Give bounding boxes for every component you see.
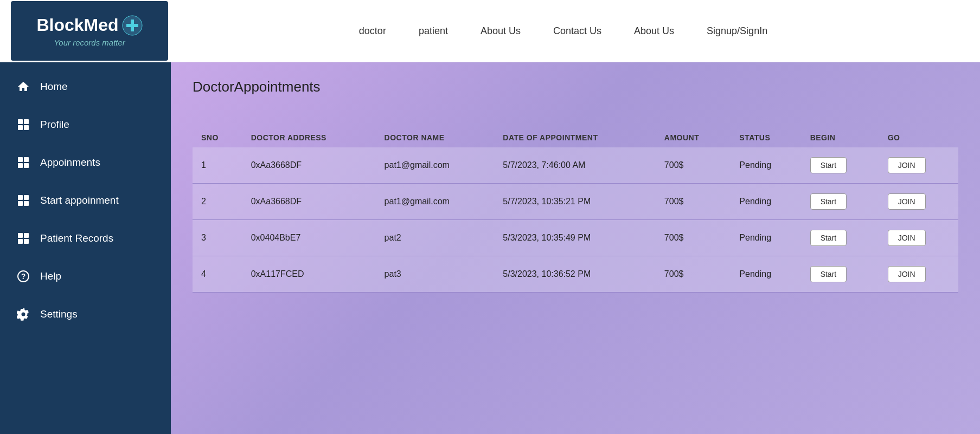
sidebar-item-settings[interactable]: Settings [0,295,171,333]
cell-date: 5/7/2023, 10:35:21 PM [494,184,656,220]
cell-status: Pending [731,220,801,256]
cell-doctor-address: 0xAa3668DF [242,184,376,220]
svg-rect-10 [24,163,29,168]
nav-about-us-2[interactable]: About Us [634,25,674,37]
start-button[interactable]: Start [810,230,847,246]
sidebar-help-label: Help [40,270,61,282]
sidebar-item-home[interactable]: Home [0,68,171,106]
nav-signup[interactable]: Signup/SignIn [707,25,767,37]
svg-rect-9 [18,163,23,168]
col-date: DATE OF APPOINTMENT [494,128,656,147]
sidebar-patient-records-label: Patient Records [40,232,113,244]
appointments-icon [16,156,30,170]
svg-rect-17 [18,239,23,244]
svg-rect-8 [24,157,29,162]
table-row: 20xAa3668DFpat1@gmail.com5/7/2023, 10:35… [193,184,958,220]
sidebar-settings-label: Settings [40,308,78,320]
col-doctor-name: DOCTOR NAME [376,128,495,147]
cell-doctor-name: pat1@gmail.com [376,184,495,220]
logo: BlockMed Your records matter [11,1,168,61]
svg-rect-2 [126,24,138,27]
cell-sno: 4 [193,256,242,293]
logo-subtitle: Your records matter [54,38,125,47]
cell-begin: Start [802,256,879,293]
cell-sno: 2 [193,184,242,220]
start-appointment-icon [16,193,30,208]
cell-date: 5/3/2023, 10:36:52 PM [494,256,656,293]
sidebar-item-patient-records[interactable]: Patient Records [0,219,171,257]
sidebar-home-label: Home [40,81,68,93]
cell-begin: Start [802,220,879,256]
cell-go: JOIN [879,256,958,293]
cell-date: 5/7/2023, 7:46:00 AM [494,147,656,184]
cell-begin: Start [802,184,879,220]
nav-patient[interactable]: patient [419,25,448,37]
sidebar-item-appointments[interactable]: Appoinments [0,144,171,182]
sidebar-item-help[interactable]: ? Help [0,257,171,295]
cell-doctor-address: 0xA117FCED [242,256,376,293]
cell-go: JOIN [879,184,958,220]
join-button[interactable]: JOIN [888,157,926,173]
join-button[interactable]: JOIN [888,193,926,210]
start-button[interactable]: Start [810,157,847,173]
svg-rect-14 [24,201,29,206]
table-header-row: SNO DOCTOR ADDRESS DOCTOR NAME DATE OF A… [193,128,958,147]
table-row: 40xA117FCEDpat35/3/2023, 10:36:52 PM700$… [193,256,958,293]
home-icon [16,80,30,94]
svg-text:?: ? [21,272,26,281]
sidebar: Home Profile App [0,62,171,434]
nav-about-us-1[interactable]: About Us [481,25,521,37]
start-button[interactable]: Start [810,266,847,282]
table-row: 10xAa3668DFpat1@gmail.com5/7/2023, 7:46:… [193,147,958,184]
cell-doctor-name: pat3 [376,256,495,293]
logo-text: BlockMed [36,15,118,35]
sidebar-item-start-appointment[interactable]: Start appoinment [0,182,171,219]
settings-icon [16,307,30,321]
cell-status: Pending [731,256,801,293]
patient-records-icon [16,231,30,245]
cell-begin: Start [802,147,879,184]
sidebar-profile-label: Profile [40,119,69,131]
layout: Home Profile App [0,62,980,434]
cell-sno: 1 [193,147,242,184]
cell-date: 5/3/2023, 10:35:49 PM [494,220,656,256]
profile-icon [16,118,30,132]
svg-rect-11 [18,195,23,200]
col-begin: BEGIN [802,128,879,147]
cell-go: JOIN [879,147,958,184]
col-amount: AMOUNT [656,128,731,147]
header: BlockMed Your records matter doctor pati… [0,0,980,62]
logo-title: BlockMed [36,15,142,36]
cell-doctor-name: pat1@gmail.com [376,147,495,184]
main-content: DoctorAppointments SNO DOCTOR ADDRESS DO… [171,62,980,434]
col-sno: SNO [193,128,242,147]
sidebar-item-profile[interactable]: Profile [0,106,171,144]
cell-amount: 700$ [656,256,731,293]
start-button[interactable]: Start [810,193,847,210]
join-button[interactable]: JOIN [888,266,926,282]
svg-rect-16 [24,233,29,238]
svg-rect-5 [18,125,23,130]
cell-doctor-address: 0xAa3668DF [242,147,376,184]
page-title: DoctorAppointments [193,79,958,95]
svg-rect-18 [24,239,29,244]
sidebar-appointments-label: Appoinments [40,157,100,169]
cell-status: Pending [731,184,801,220]
col-doctor-address: DOCTOR ADDRESS [242,128,376,147]
appointments-table-container: SNO DOCTOR ADDRESS DOCTOR NAME DATE OF A… [193,128,958,293]
nav-doctor[interactable]: doctor [359,25,386,37]
nav-contact-us[interactable]: Contact Us [553,25,601,37]
svg-rect-4 [24,119,29,124]
join-button[interactable]: JOIN [888,230,926,246]
col-go: GO [879,128,958,147]
plus-icon [122,15,143,36]
cell-status: Pending [731,147,801,184]
cell-amount: 700$ [656,220,731,256]
sidebar-start-appointment-label: Start appoinment [40,195,119,206]
svg-rect-7 [18,157,23,162]
main-nav: doctor patient About Us Contact Us About… [168,25,969,37]
svg-rect-15 [18,233,23,238]
svg-rect-12 [24,195,29,200]
svg-rect-6 [24,125,29,130]
cell-amount: 700$ [656,147,731,184]
